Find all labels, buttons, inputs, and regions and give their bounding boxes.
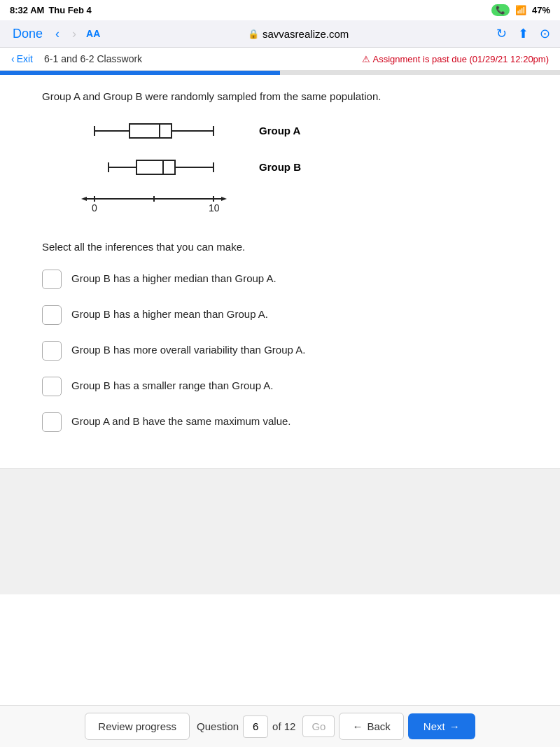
status-time-area: 8:32 AM Thu Feb 4 [10,5,92,15]
select-prompt: Select all the inferences that you can m… [42,239,518,256]
checkbox-label-2: Group B has a higher mean than Group A. [71,305,268,323]
status-day: Thu Feb 4 [48,5,91,15]
wifi-icon: 📶 [515,5,526,15]
back-label: Back [367,720,390,732]
battery-text: 47% [532,5,550,15]
question-label: Question [197,720,239,732]
footer-nav: Review progress Question of 12 Go ← Back… [0,705,560,747]
group-a-label: Group A [259,125,300,137]
next-label: Next [424,720,445,732]
checkbox-1[interactable] [42,270,62,289]
back-arrow-icon: ← [352,720,363,732]
checkbox-4[interactable] [42,377,62,396]
aa-button[interactable]: AA [86,28,100,39]
group-b-boxplot [56,155,252,179]
assignment-title: 6-1 and 6-2 Classwork [44,53,142,64]
browser-back-btn[interactable]: ‹ [52,27,62,41]
svg-rect-8 [136,160,175,174]
checkbox-item-4: Group B has a smaller range than Group A… [42,376,518,396]
refresh-btn[interactable]: ↻ [496,26,507,41]
group-a-row: Group A [56,119,300,143]
assignment-bar: ‹ Exit 6-1 and 6-2 Classwork ⚠ Assignmen… [0,48,560,71]
question-nav: Question of 12 Go [197,715,335,738]
svg-marker-14 [81,197,87,201]
checkbox-item-5: Group A and B have the same maximum valu… [42,412,518,432]
main-content: Group A and Group B were randomly sample… [0,75,560,468]
question-number-input[interactable] [243,715,268,738]
past-due-notice: ⚠ Assignment is past due (01/29/21 12:20… [362,54,549,64]
browser-chrome: Done ‹ › AA 🔒 savvasrealize.com ↻ ⬆ ⊙ [0,20,560,48]
question-total: of 12 [272,720,295,732]
go-button[interactable]: Go [302,715,335,737]
group-b-label: Group B [259,161,301,173]
url-text: savvasrealize.com [262,28,349,40]
checkbox-label-4: Group B has a smaller range than Group A… [71,376,274,394]
checkbox-label-3: Group B has more overall variability tha… [71,340,305,358]
next-arrow-icon: → [449,720,460,732]
share-btn[interactable]: ⬆ [518,26,528,41]
boxplot-area: Group A Group B [42,119,518,218]
bookmark-btn[interactable]: ⊙ [540,26,550,41]
checkbox-section: Group B has a higher median than Group A… [42,269,518,432]
warning-icon: ⚠ [362,54,370,64]
exit-button[interactable]: ‹ Exit [11,53,33,64]
next-button[interactable]: Next → [408,713,475,739]
lock-icon: 🔒 [248,29,259,39]
browser-actions: ↻ ⬆ ⊙ [496,26,550,41]
status-time: 8:32 AM [10,5,44,15]
checkbox-5[interactable] [42,412,62,432]
url-bar: 🔒 savvasrealize.com [107,28,489,40]
checkbox-item-3: Group B has more overall variability tha… [42,340,518,361]
status-bar: 8:32 AM Thu Feb 4 📞 📶 47% [0,0,560,20]
review-progress-button[interactable]: Review progress [85,713,190,740]
svg-text:10: 10 [209,202,220,214]
axis-svg: 0 10 [56,192,252,216]
checkbox-label-1: Group B has a higher median than Group A… [71,269,276,287]
checkbox-2[interactable] [42,305,62,325]
checkbox-item-2: Group B has a higher mean than Group A. [42,305,518,325]
call-icon: 📞 [491,4,510,16]
group-b-row: Group B [56,155,301,179]
bottom-gray-area [0,468,560,594]
svg-marker-16 [221,197,227,201]
svg-text:0: 0 [92,202,97,214]
svg-rect-2 [130,124,172,138]
browser-forward-btn[interactable]: › [69,27,79,41]
group-a-boxplot [56,119,252,143]
axis-area: 0 10 [56,192,252,218]
checkbox-item-1: Group B has a higher median than Group A… [42,269,518,289]
status-right-area: 📞 📶 47% [491,4,550,16]
checkbox-label-5: Group A and B have the same maximum valu… [71,412,291,430]
question-text: Group A and Group B were randomly sample… [42,89,518,105]
browser-done-btn[interactable]: Done [10,27,46,41]
back-button[interactable]: ← Back [339,713,403,740]
checkbox-3[interactable] [42,341,62,361]
